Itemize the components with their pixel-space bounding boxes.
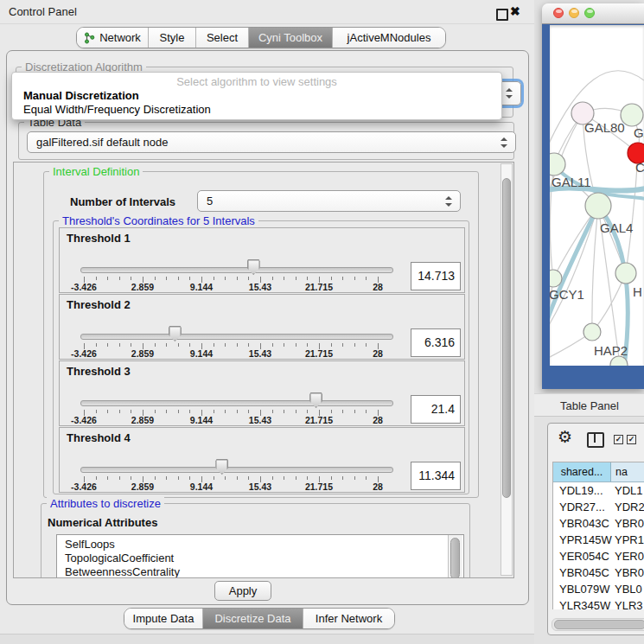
table-cell: YDR2: [610, 499, 644, 515]
tick-mark: [119, 410, 120, 413]
tick-mark: [225, 410, 226, 413]
tab-impute-data[interactable]: Impute Data: [124, 609, 203, 628]
attributes-scrollbar[interactable]: [448, 535, 462, 578]
tab-style[interactable]: Style: [149, 28, 196, 48]
tick-mark: [237, 277, 238, 280]
table-header-row: shared... na: [553, 462, 644, 482]
table-row[interactable]: YLR345WYLR3: [553, 597, 644, 609]
scale-label: 28: [357, 348, 399, 359]
scale-label: 28: [357, 415, 399, 425]
attributes-list[interactable]: SelfLoopsTopologicalCoefficientBetweenne…: [57, 535, 448, 578]
network-canvas[interactable]: GAL80GACGAL11GAL4GCY1HHAP2: [550, 25, 644, 366]
slider-track[interactable]: [80, 334, 393, 340]
tick-mark: [272, 476, 273, 480]
minimize-light[interactable]: [569, 8, 579, 18]
scrollbar-thumb[interactable]: [450, 538, 460, 578]
scrollbar-thumb[interactable]: [554, 620, 644, 629]
network-node[interactable]: [583, 323, 601, 341]
table-row[interactable]: YBR045CYBR0: [553, 564, 644, 581]
gear-icon[interactable]: ⚙: [558, 429, 572, 445]
table-cell: YER054C: [553, 548, 610, 564]
table-cell: YDR27...: [553, 499, 610, 515]
tick-mark: [225, 343, 226, 347]
number-of-intervals-label: Number of Intervals: [70, 195, 175, 208]
threshold-panel: Threshold 1-3.4262.8599.14415.4321.71528…: [59, 227, 465, 293]
tick-mark: [96, 476, 97, 480]
column-header[interactable]: na: [611, 462, 644, 481]
scale-label: 21.715: [298, 481, 340, 492]
checkbox-icon[interactable]: ✓: [627, 435, 636, 444]
number-of-intervals-combo[interactable]: 5: [197, 190, 461, 212]
columns-icon[interactable]: [587, 432, 604, 448]
slider-track[interactable]: [80, 267, 393, 273]
scale-label: 9.144: [181, 415, 222, 425]
scale-label: 9.144: [181, 282, 222, 292]
table-row[interactable]: YDL19...YDL1: [553, 482, 644, 499]
tick-mark: [131, 476, 131, 480]
table-cell: YBR045C: [553, 564, 610, 581]
threshold-value-field[interactable]: 6.316: [411, 328, 461, 357]
column-header[interactable]: shared...: [553, 462, 611, 481]
list-item[interactable]: SelfLoops: [65, 538, 448, 552]
tab-cyni-toolbox[interactable]: Cyni Toolbox: [249, 28, 333, 48]
tick-mark: [296, 476, 296, 480]
node-label: GAL80: [584, 120, 625, 135]
interval-definition-group: Interval Definition Number of Intervals …: [43, 171, 479, 498]
scale-label: 2.859: [122, 415, 163, 425]
threshold-value-field[interactable]: 11.344: [411, 462, 461, 490]
table-data-combo[interactable]: galFiltered.sif default node: [27, 131, 516, 153]
threshold-panel: Threshold 2-3.4262.8599.14415.4321.71528…: [59, 294, 465, 360]
bottom-tab-bar: Impute DataDiscretize DataInfer Network: [124, 608, 395, 629]
tick-mark: [366, 343, 367, 347]
tab-label: jActiveMNodules: [348, 31, 431, 44]
zoom-light[interactable]: [584, 8, 595, 18]
tab-discretize-data[interactable]: Discretize Data: [203, 609, 303, 628]
tick-mark: [178, 343, 179, 347]
tick-mark: [248, 410, 249, 413]
slider-track[interactable]: [80, 467, 393, 473]
list-item[interactable]: TopologicalCoefficient: [65, 552, 448, 565]
slider-track[interactable]: [80, 400, 393, 406]
table-row[interactable]: YDR27...YDR2: [553, 499, 644, 515]
tab-infer-network[interactable]: Infer Network: [303, 609, 394, 628]
list-item[interactable]: BetweennessCentrality: [65, 565, 448, 578]
close-light[interactable]: [553, 8, 564, 18]
checkbox-icon[interactable]: ✓: [614, 435, 623, 444]
threshold-value-field[interactable]: 14.713: [411, 262, 461, 290]
threshold-value-field[interactable]: 21.4: [411, 395, 461, 424]
table-row[interactable]: YPR145WYPR1: [553, 532, 644, 548]
tab-label: Select: [207, 31, 238, 44]
tab-network[interactable]: Network: [77, 28, 149, 48]
tick-mark: [166, 343, 167, 347]
network-node[interactable]: [550, 270, 562, 287]
table-row[interactable]: YBR043CYBR0: [553, 515, 644, 532]
network-node[interactable]: [621, 104, 643, 126]
tick-mark: [284, 410, 284, 413]
tab-jactivemnodules[interactable]: jActiveMNodules: [333, 28, 445, 48]
scrollbar-thumb[interactable]: [502, 178, 511, 498]
close-icon[interactable]: ✖: [510, 4, 520, 18]
table-cell: YPR145W: [553, 532, 610, 548]
tick-mark: [366, 476, 367, 480]
network-edge: [592, 206, 598, 332]
tick-mark: [272, 277, 273, 280]
algorithm-option[interactable]: Equal Width/Frequency Discretization: [23, 103, 211, 116]
settings-vertical-scrollbar[interactable]: [501, 163, 513, 576]
table-horizontal-scrollbar[interactable]: [552, 618, 644, 631]
table-panel-title: Table Panel: [560, 399, 619, 412]
network-node[interactable]: [585, 193, 611, 219]
tick-mark: [189, 410, 190, 413]
table-cell: YLR3: [610, 597, 644, 609]
float-window-icon[interactable]: [496, 9, 508, 21]
threshold-label: Threshold 4: [67, 431, 131, 444]
apply-button[interactable]: Apply: [214, 581, 271, 601]
tick-mark: [237, 343, 238, 347]
algorithm-option[interactable]: Manual Discretization: [23, 89, 139, 102]
table-row[interactable]: YBL079WYBL0: [553, 581, 644, 597]
table-row[interactable]: YER054CYER0: [553, 548, 644, 564]
node-label: GCY1: [550, 287, 584, 302]
network-node[interactable]: [615, 263, 636, 284]
tab-select[interactable]: Select: [196, 28, 249, 48]
tick-mark: [96, 410, 97, 413]
tick-mark: [307, 277, 308, 280]
